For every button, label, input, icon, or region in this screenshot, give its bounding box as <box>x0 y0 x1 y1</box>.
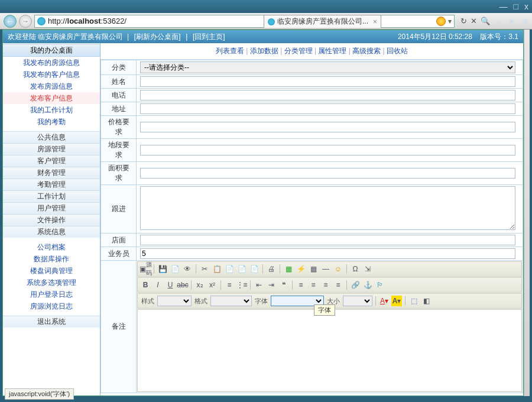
tab-title: 临安房缘房产置换有限公司... <box>277 17 368 27</box>
dropdown-icon[interactable]: ▾ <box>448 17 452 25</box>
close-tab-icon[interactable]: × <box>373 18 377 26</box>
refresh-icon[interactable]: ↻ <box>460 17 467 25</box>
ie-icon <box>37 17 46 25</box>
browser-tab[interactable]: 临安房缘房产置换有限公司... × <box>264 15 381 28</box>
toolbar-icons: ↻ ✕ 🔍 <box>460 17 490 25</box>
maximize-button[interactable]: □ <box>514 2 518 11</box>
address-bar[interactable]: http://localhost:53622/ ▾ <box>34 15 455 28</box>
close-window-button[interactable]: x <box>524 2 528 11</box>
minimize-button[interactable]: — <box>499 2 508 11</box>
back-button[interactable]: ← <box>4 15 17 28</box>
search-icon[interactable]: 🔍 <box>481 17 490 25</box>
compat-icon[interactable] <box>436 17 446 26</box>
ie-icon <box>268 18 275 25</box>
stop-icon[interactable]: ✕ <box>471 17 477 25</box>
favorite-icon[interactable]: ★ <box>508 17 515 25</box>
home-icon[interactable]: ⌂ <box>497 17 501 25</box>
gear-icon[interactable]: ⚙ <box>522 17 528 25</box>
forward-button[interactable]: → <box>19 15 32 28</box>
